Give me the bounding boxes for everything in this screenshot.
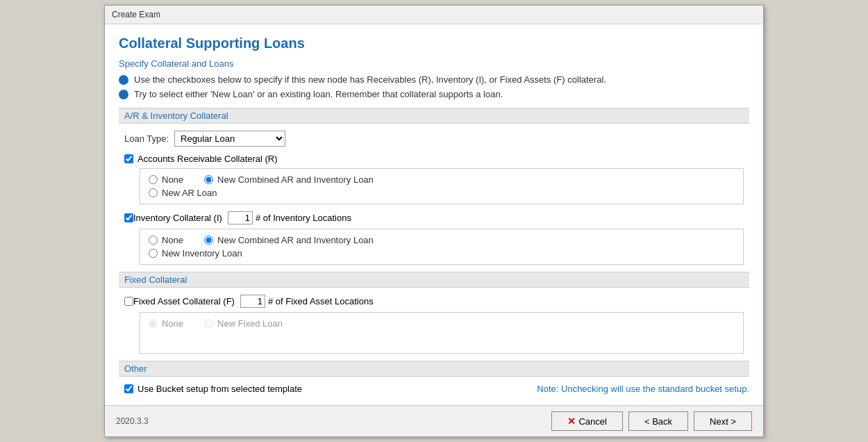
window-title: Create Exam (112, 10, 160, 19)
instruction-text-2: Try to select either 'New Loan' or an ex… (134, 89, 503, 99)
window-content: Collateral Supporting Loans Specify Coll… (105, 24, 763, 405)
bucket-setup-checkbox[interactable] (124, 384, 133, 393)
window-titlebar: Create Exam (105, 6, 763, 24)
footer-buttons: ✕ Cancel < Back Next > (551, 411, 752, 431)
back-label: < Back (644, 416, 672, 427)
fixed-header-label: Fixed Collateral (124, 275, 187, 285)
inv-radio-row-1: None New Combined AR and Inventory Loan (149, 235, 735, 245)
inv-new-inventory-radio[interactable] (149, 249, 158, 258)
inventory-locations-label: # of Inventory Locations (256, 213, 351, 223)
inv-none-radio[interactable] (149, 236, 158, 245)
fixed-section-header: Fixed Collateral (119, 272, 749, 288)
back-button[interactable]: < Back (628, 411, 688, 431)
inventory-checkbox-row: Inventory Collateral (I) # of Inventory … (119, 211, 749, 224)
other-header-label: Other (124, 363, 147, 374)
footer: 2020.3.3 ✕ Cancel < Back Next > (105, 405, 763, 436)
ar-none-radio[interactable] (149, 175, 158, 184)
loan-type-row: Loan Type: Regular Loan Revolving Loan T… (119, 131, 749, 147)
ar-inventory-header-label: A/R & Inventory Collateral (124, 110, 228, 121)
other-section-header: Other (119, 361, 749, 377)
inventory-collateral-checkbox[interactable] (124, 213, 133, 222)
ar-inventory-section-header: A/R & Inventory Collateral (119, 108, 749, 124)
inv-new-combined-radio[interactable] (204, 236, 213, 245)
loan-type-label: Loan Type: (124, 133, 169, 144)
ar-new-ar-radio[interactable] (149, 188, 158, 197)
inv-none-label: None (162, 235, 183, 245)
cancel-label: Cancel (578, 416, 606, 427)
fixed-checkbox-row: Fixed Asset Collateral (F) # of Fixed As… (119, 295, 749, 308)
page-title: Collateral Supporting Loans (119, 35, 749, 51)
fixed-none-radio (149, 319, 158, 328)
instruction-list: Use the checkboxes below to specify if t… (119, 74, 749, 99)
bucket-setup-label: Use Bucket setup from selected template (137, 384, 302, 394)
instruction-text-1: Use the checkboxes below to specify if t… (134, 74, 606, 85)
ar-radio-box: None New Combined AR and Inventory Loan … (140, 168, 744, 204)
ar-new-ar-label: New AR Loan (162, 188, 217, 198)
fixed-collateral-checkbox[interactable] (124, 297, 133, 306)
cancel-x-icon: ✕ (567, 416, 576, 427)
main-window: Create Exam Collateral Supporting Loans … (104, 5, 764, 437)
fixed-radio-box: None New Fixed Loan (140, 312, 744, 354)
loan-type-select[interactable]: Regular Loan Revolving Loan Term Loan (174, 131, 285, 147)
version-label: 2020.3.3 (116, 416, 149, 426)
inventory-collateral-label: Inventory Collateral (I) (133, 213, 222, 223)
ar-radio-row-2: New AR Loan (149, 188, 735, 198)
next-label: Next > (710, 416, 736, 427)
bucket-note: Note: Unchecking will use the standard b… (537, 384, 749, 394)
fixed-radio-row-1: None New Fixed Loan (149, 318, 735, 329)
inv-new-combined-label: New Combined AR and Inventory Loan (217, 235, 374, 245)
instruction-item-2: Try to select either 'New Loan' or an ex… (119, 89, 749, 99)
bullet-icon-2 (119, 90, 128, 99)
cancel-button[interactable]: ✕ Cancel (551, 411, 622, 431)
ar-new-combined-radio[interactable] (204, 175, 213, 184)
instruction-item-1: Use the checkboxes below to specify if t… (119, 74, 749, 85)
inventory-radio-box: None New Combined AR and Inventory Loan … (140, 229, 744, 265)
ar-collateral-label: Accounts Receivable Collateral (R) (137, 154, 278, 164)
fixed-new-loan-radio (204, 319, 213, 328)
bucket-row: Use Bucket setup from selected template … (119, 384, 749, 394)
fixed-none-label: None (162, 318, 183, 329)
bullet-icon-1 (119, 75, 128, 85)
ar-new-combined-label: New Combined AR and Inventory Loan (217, 174, 374, 185)
fixed-new-loan-label: New Fixed Loan (217, 318, 283, 329)
ar-radio-row-1: None New Combined AR and Inventory Loan (149, 174, 735, 185)
inventory-locations-input[interactable] (228, 211, 253, 224)
fixed-collateral-label: Fixed Asset Collateral (F) (133, 296, 235, 306)
specify-header: Specify Collateral and Loans (119, 58, 749, 69)
ar-collateral-checkbox[interactable] (124, 154, 133, 163)
ar-checkbox-row: Accounts Receivable Collateral (R) (119, 154, 749, 164)
inv-radio-row-2: New Inventory Loan (149, 248, 735, 259)
inv-new-inventory-label: New Inventory Loan (162, 248, 242, 259)
next-button[interactable]: Next > (694, 411, 752, 431)
fixed-locations-label: # of Fixed Asset Locations (268, 296, 374, 306)
fixed-locations-input[interactable] (240, 295, 265, 308)
ar-none-label: None (162, 174, 183, 185)
